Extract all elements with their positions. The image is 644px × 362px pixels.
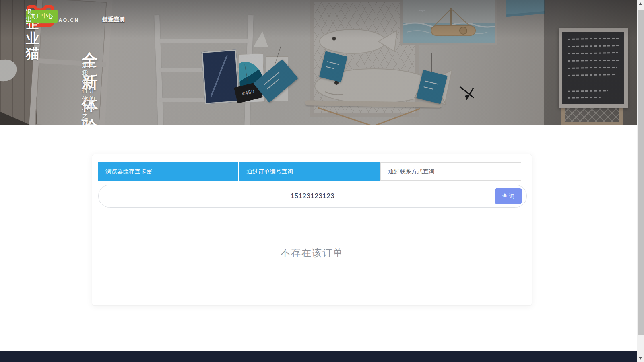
tab-contact-query[interactable]: 通过联系方式查询 — [380, 162, 521, 181]
query-tabs: 浏览器缓存查卡密 通过订单编号查询 通过联系方式查询 — [98, 162, 521, 181]
empty-result-message: 不存在该订单 — [92, 247, 532, 259]
header: 企业猫 WWW.QYMAO.CN 网站首页 联系我们 常见问题 订单查询 企业资… — [0, 0, 637, 32]
query-button[interactable]: 查询 — [495, 188, 522, 204]
scrollbar-thumb[interactable] — [638, 10, 644, 335]
footer — [0, 351, 644, 362]
hero-banner: €450 — [0, 0, 637, 125]
nav-item-complaint-query[interactable]: 投诉查询 — [102, 16, 125, 23]
scroll-up-icon[interactable] — [639, 2, 642, 5]
scrollbar[interactable] — [637, 0, 644, 362]
tab-browser-cache-query[interactable]: 浏览器缓存查卡密 — [98, 162, 238, 181]
query-input-row: 查询 — [98, 185, 527, 208]
query-input[interactable] — [98, 185, 527, 208]
scroll-down-icon[interactable] — [639, 357, 642, 360]
hero-subtitle: 加入我们，打开你的成功之门! — [82, 61, 95, 125]
logout-link[interactable]: 退出 — [26, 8, 32, 24]
query-card: 浏览器缓存查卡密 通过订单编号查询 通过联系方式查询 查询 不存在该订单 — [92, 154, 532, 306]
page: €450 — [0, 0, 644, 362]
tab-order-number-query[interactable]: 通过订单编号查询 — [239, 162, 379, 181]
